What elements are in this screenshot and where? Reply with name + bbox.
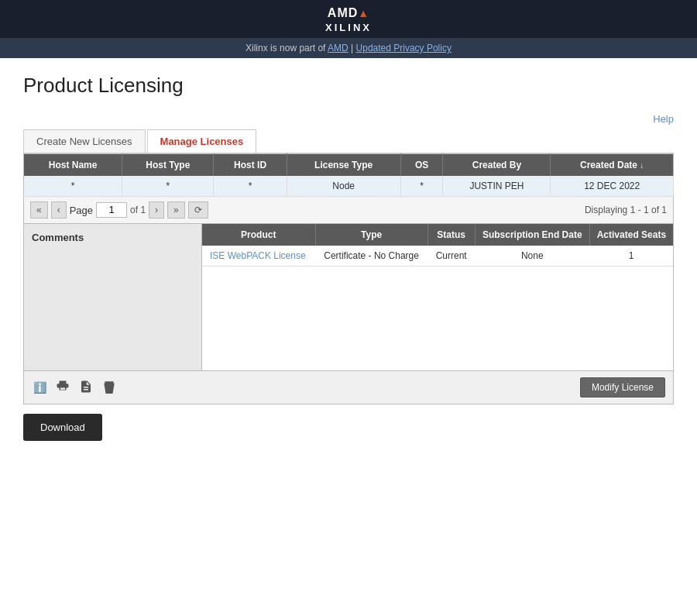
separator: | xyxy=(348,43,356,53)
logo: AMD▲ XILINX xyxy=(0,6,697,33)
col-host-type: Host Type xyxy=(122,154,214,177)
comments-panel: Comments xyxy=(24,224,202,370)
cell-product: ISE WebPACK License xyxy=(202,246,315,267)
cell-license-type: Node xyxy=(287,176,400,197)
cell-os: * xyxy=(400,176,443,197)
col-sub-end-date: Subscription End Date xyxy=(475,224,589,246)
col-created-date[interactable]: Created Date ↓ xyxy=(551,154,674,177)
download-btn[interactable]: Download xyxy=(23,414,102,441)
tab-create-licenses[interactable]: Create New Licenses xyxy=(23,129,146,153)
last-page-btn[interactable]: » xyxy=(167,201,185,219)
info-icon-btn[interactable]: ℹ️ xyxy=(32,380,48,395)
col-os: OS xyxy=(400,154,443,177)
cell-type: Certificate - No Charge xyxy=(315,246,427,267)
product-row: ISE WebPACK LicenseCertificate - No Char… xyxy=(202,246,673,267)
page-label: Page xyxy=(70,205,93,216)
col-created-by: Created By xyxy=(443,154,551,177)
products-panel: Product Type Status Subscription End Dat… xyxy=(202,224,673,370)
document-icon-btn[interactable] xyxy=(77,378,94,397)
cell-host-type: * xyxy=(122,176,214,197)
help-link-container: Help xyxy=(23,113,674,125)
cell-sub-end-date: None xyxy=(475,246,589,267)
delete-icon-btn[interactable] xyxy=(101,378,118,397)
tabs-container: Create New Licenses Manage Licenses xyxy=(23,129,674,153)
subheader-text: Xilinx is now part of xyxy=(245,43,328,53)
product-link[interactable]: ISE WebPACK License xyxy=(210,250,306,261)
pagination-info: Displaying 1 - 1 of 1 xyxy=(585,205,667,215)
action-bar: ℹ️ Modify License xyxy=(23,371,674,404)
action-icons: ℹ️ xyxy=(32,378,118,397)
cell-activated-seats: 1 xyxy=(589,246,673,267)
print-icon-btn[interactable] xyxy=(54,378,71,397)
prev-page-btn[interactable]: ‹ xyxy=(51,201,67,219)
cell-created-by: JUSTIN PEH xyxy=(443,176,551,197)
col-product: Product xyxy=(202,224,315,246)
bottom-section: Comments Product Type Status Subscriptio… xyxy=(23,224,674,371)
col-type: Type xyxy=(315,224,427,246)
products-table: Product Type Status Subscription End Dat… xyxy=(202,224,673,267)
top-header: AMD▲ XILINX xyxy=(0,0,697,38)
table-row[interactable]: ***Node*JUSTIN PEH12 DEC 2022 xyxy=(24,176,674,197)
refresh-btn[interactable]: ⟳ xyxy=(188,201,208,219)
modify-license-btn[interactable]: Modify License xyxy=(580,377,665,397)
cell-host-name: * xyxy=(24,176,122,197)
next-page-btn[interactable]: › xyxy=(149,201,164,219)
help-link[interactable]: Help xyxy=(653,113,674,125)
col-license-type: License Type xyxy=(287,154,400,177)
logo-xilinx: XILINX xyxy=(325,22,372,33)
amd-link[interactable]: AMD xyxy=(328,43,348,53)
main-table: Host Name Host Type Host ID License Type… xyxy=(23,153,674,197)
page-of: of 1 xyxy=(130,205,146,215)
logo-amd: AMD xyxy=(328,6,358,19)
pagination-bar: « ‹ Page of 1 › » ⟳ Displaying 1 - 1 of … xyxy=(23,197,674,224)
first-page-btn[interactable]: « xyxy=(30,201,48,219)
page-title: Product Licensing xyxy=(23,74,674,98)
privacy-policy-link[interactable]: Updated Privacy Policy xyxy=(356,43,452,53)
col-activated-seats: Activated Seats xyxy=(589,224,673,246)
cell-host-id: * xyxy=(214,176,287,197)
sub-header: Xilinx is now part of AMD | Updated Priv… xyxy=(0,38,697,58)
sort-arrow: ↓ xyxy=(640,161,644,170)
cell-created-date: 12 DEC 2022 xyxy=(551,176,674,197)
logo-arrow: ▲ xyxy=(358,7,369,19)
pagination-controls: « ‹ Page of 1 › » ⟳ xyxy=(30,201,208,219)
col-host-name: Host Name xyxy=(24,154,122,177)
cell-status: Current xyxy=(427,246,475,267)
page-content: Product Licensing Help Create New Licens… xyxy=(0,58,697,456)
page-input[interactable] xyxy=(96,202,127,218)
tab-manage-licenses[interactable]: Manage Licenses xyxy=(147,129,257,153)
col-status: Status xyxy=(427,224,475,246)
col-host-id: Host ID xyxy=(214,154,287,177)
comments-label: Comments xyxy=(32,232,84,243)
